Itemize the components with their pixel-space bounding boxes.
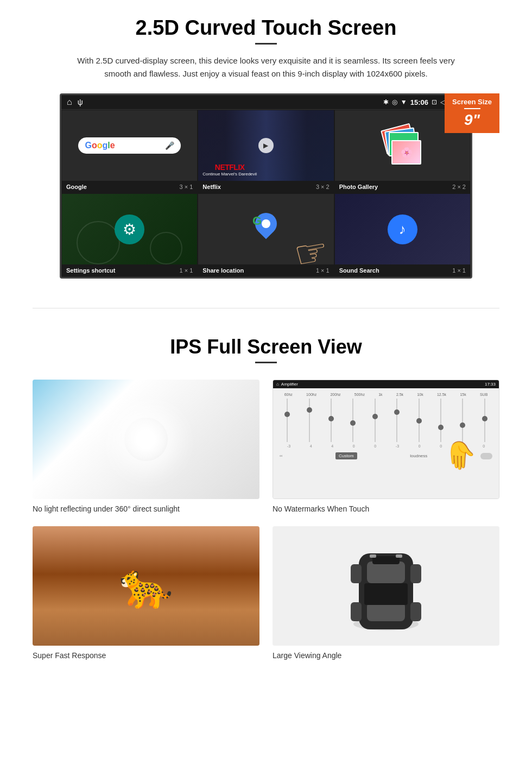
gallery-size: 2 × 2 (452, 184, 466, 190)
maps-icon: G (252, 213, 280, 245)
car-svg (343, 532, 429, 640)
badge-size: 9" (452, 111, 492, 129)
svg-rect-6 (351, 564, 362, 583)
sound-size: 1 × 1 (452, 267, 466, 274)
eq-label-200: 200hz (330, 393, 340, 396)
google-cell-content: Google 🎤 (62, 110, 197, 181)
bluetooth-icon: ✱ (383, 98, 389, 106)
mic-icon: 🎤 (165, 141, 174, 150)
eq-slider-5 (375, 399, 376, 442)
google-cell-label: Google 3 × 1 (62, 181, 197, 193)
clock-display: 15:06 (410, 98, 428, 106)
eq-label-500: 500hz (354, 393, 365, 396)
netflix-branding: NETFLIX Continue Marvel's Daredevil (202, 163, 257, 176)
section1-description: With 2.5D curved-display screen, this de… (76, 54, 456, 80)
car-image (273, 526, 499, 646)
eq-slider-4 (352, 399, 353, 442)
play-button[interactable]: ▶ (258, 138, 274, 153)
eq-label-60: 60hz (284, 393, 293, 396)
eq-label-2k5: 2.5k (396, 393, 403, 396)
camera-icon: ⊡ (432, 98, 437, 106)
settings-cell[interactable]: ⚙ Settings shortcut 1 × 1 (61, 193, 198, 277)
gear-icon: ⚙ (123, 220, 136, 238)
section1-title: 2.5D Curved Touch Screen (33, 16, 499, 40)
badge-line (464, 108, 480, 109)
netflix-cell[interactable]: ▶ NETFLIX Continue Marvel's Daredevil Ne… (198, 110, 334, 193)
section-ips: IPS Full Screen View No light reflecting… (0, 325, 532, 676)
sound-cell-content: ♪ (335, 194, 470, 264)
photo-stack: 🌸 (383, 127, 421, 165)
settings-name: Settings shortcut (66, 267, 115, 274)
music-note-icon: ♪ (399, 221, 406, 238)
eq-label-10k: 10k (417, 393, 423, 396)
eq-slider-7 (419, 399, 420, 442)
eq-slider-6 (396, 399, 397, 442)
maps-bg: G ☞ (198, 194, 333, 264)
section-touchscreen: 2.5D Curved Touch Screen With 2.5D curve… (0, 0, 532, 292)
feature-sunlight: No light reflecting under 360° direct su… (33, 380, 259, 513)
eq-hand-icon: ✋ (444, 440, 477, 471)
feature-car: Large Viewing Angle (273, 526, 499, 660)
bg-circle-1 (77, 221, 120, 264)
sound-name: Sound Search (339, 267, 379, 274)
bg-circle-2 (150, 232, 182, 264)
pin-hole (262, 219, 270, 228)
eq-slider-9 (462, 399, 463, 442)
svg-rect-7 (351, 602, 362, 621)
eq-home-icon: ⌂ (276, 382, 279, 387)
section-divider (33, 308, 499, 308)
netflix-logo: NETFLIX (202, 163, 257, 172)
netflix-size: 3 × 2 (316, 184, 330, 190)
feature-equalizer: ⌂ Amplifier 17:33 60hz 100hz 200hz 500hz… (273, 380, 499, 513)
eq-toggle[interactable] (480, 453, 492, 459)
google-cell[interactable]: Google 🎤 Google 3 × 1 (61, 110, 198, 193)
eq-loudness-label: loudness (410, 453, 427, 458)
maps-cell-content: G ☞ (198, 194, 333, 264)
section2-underline (255, 362, 277, 363)
car-caption: Large Viewing Angle (273, 651, 499, 660)
sound-bg: ♪ (335, 194, 470, 264)
sun-rays (124, 418, 168, 461)
google-search-bar[interactable]: Google 🎤 (78, 137, 180, 154)
eq-prev-btn: ‹‹ (280, 453, 282, 458)
gallery-name: Photo Gallery (339, 184, 378, 190)
svg-rect-11 (396, 554, 402, 558)
netflix-name: Netflix (202, 184, 221, 190)
sound-cell-label: Sound Search 1 × 1 (335, 264, 470, 276)
google-logo: Google (85, 141, 115, 150)
eq-label-sub: SUB (480, 393, 487, 396)
eq-freq-labels: 60hz 100hz 200hz 500hz 1k 2.5k 10k 12.5k… (277, 393, 495, 396)
netflix-cell-label: Netflix 3 × 2 (198, 181, 333, 193)
settings-bg: ⚙ (62, 194, 197, 264)
netflix-bg: ▶ NETFLIX Continue Marvel's Daredevil (198, 110, 333, 181)
eq-header: ⌂ Amplifier 17:33 (273, 380, 499, 388)
eq-slider-1 (287, 399, 288, 442)
home-icon: ⌂ (67, 97, 72, 107)
feature-grid: No light reflecting under 360° direct su… (33, 380, 499, 660)
svg-rect-2 (367, 562, 405, 583)
eq-amplifier-label: Amplifier (281, 382, 298, 387)
eq-label-100: 100hz (306, 393, 316, 396)
svg-rect-3 (367, 602, 405, 621)
sunlight-image (33, 380, 259, 499)
svg-rect-4 (372, 556, 400, 564)
svg-rect-8 (410, 564, 421, 583)
eq-sliders (277, 399, 495, 442)
settings-cell-content: ⚙ (62, 194, 197, 264)
gallery-cell-label: Photo Gallery 2 × 2 (335, 181, 470, 193)
device-screen: ⌂ ψ ✱ ◎ ▼ 15:06 ⊡ ◁) ⊠ ▭ (60, 93, 472, 279)
device-mockup: Screen Size 9" ⌂ ψ ✱ ◎ ▼ 15:06 ⊡ ◁) ⊠ ▭ (33, 93, 499, 279)
svg-rect-5 (364, 583, 408, 605)
sound-cell[interactable]: ♪ Sound Search 1 × 1 (334, 193, 471, 277)
badge-title: Screen Size (452, 98, 492, 106)
maps-cell[interactable]: G ☞ Share location 1 × 1 (198, 193, 334, 277)
location-icon: ◎ (392, 98, 397, 106)
maps-name: Share location (202, 267, 244, 274)
equalizer-image: ⌂ Amplifier 17:33 60hz 100hz 200hz 500hz… (273, 380, 499, 499)
netflix-cell-content: ▶ NETFLIX Continue Marvel's Daredevil (198, 110, 333, 181)
netflix-subtitle: Continue Marvel's Daredevil (202, 172, 257, 176)
google-bg: Google 🎤 (62, 110, 197, 181)
eq-label-12k5: 12.5k (437, 393, 446, 396)
google-size: 3 × 1 (180, 184, 193, 190)
eq-slider-3 (331, 399, 332, 442)
